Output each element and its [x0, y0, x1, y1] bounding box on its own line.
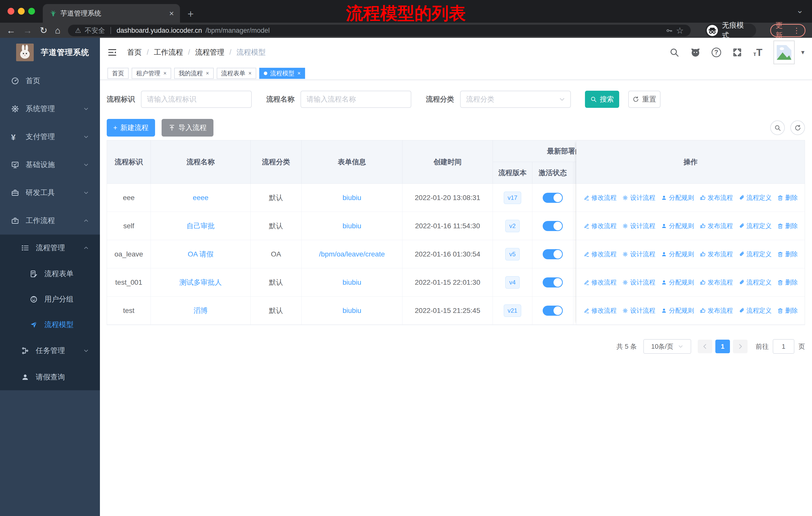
action-design-link[interactable]: 设计流程 — [622, 278, 656, 287]
action-assign-link[interactable]: 分配规则 — [661, 250, 694, 258]
sidebar-item-请假查询[interactable]: 请假查询 — [0, 364, 100, 390]
process-name-link[interactable]: 滔博 — [194, 306, 208, 316]
browser-menu-icon[interactable]: ⋮ — [793, 26, 800, 35]
action-edit-link[interactable]: 修改流程 — [583, 193, 617, 202]
window-minimize-button[interactable] — [18, 8, 25, 15]
status-toggle[interactable] — [543, 249, 563, 259]
action-definition-link[interactable]: 流程定义 — [738, 222, 772, 230]
fullscreen-icon[interactable] — [732, 47, 742, 57]
sidebar-item-任务管理[interactable]: 任务管理 — [0, 337, 100, 364]
action-assign-link[interactable]: 分配规则 — [661, 278, 694, 287]
back-button[interactable]: ← — [6, 26, 16, 35]
action-assign-link[interactable]: 分配规则 — [661, 193, 694, 202]
sidebar-item-基础设施[interactable]: 基础设施 — [0, 151, 100, 179]
action-edit-link[interactable]: 修改流程 — [583, 250, 617, 258]
sidebar-collapse-icon[interactable] — [108, 48, 117, 57]
action-publish-link[interactable]: 发布流程 — [700, 193, 733, 202]
action-delete-link[interactable]: 删除 — [777, 222, 798, 230]
form-info-link[interactable]: biubiu — [343, 222, 361, 230]
tag-流程表单[interactable]: 流程表单× — [217, 68, 256, 79]
form-info-link[interactable]: /bpm/oa/leave/create — [319, 250, 385, 258]
tag-close-icon[interactable]: × — [297, 70, 301, 77]
sidebar-item-支付管理[interactable]: ¥ 支付管理 — [0, 123, 100, 151]
tab-close-icon[interactable]: × — [169, 9, 174, 18]
action-publish-link[interactable]: 发布流程 — [700, 250, 733, 258]
sidebar-item-首页[interactable]: 首页 — [0, 67, 100, 95]
status-toggle[interactable] — [543, 193, 563, 203]
action-edit-link[interactable]: 修改流程 — [583, 306, 617, 315]
version-badge[interactable]: v4 — [505, 276, 520, 289]
action-definition-link[interactable]: 流程定义 — [738, 306, 772, 315]
action-delete-link[interactable]: 删除 — [777, 278, 798, 287]
process-name-link[interactable]: eeee — [193, 194, 208, 202]
sidebar-item-系统管理[interactable]: 系统管理 — [0, 95, 100, 123]
avatar[interactable] — [774, 40, 794, 64]
action-definition-link[interactable]: 流程定义 — [738, 250, 772, 258]
form-info-link[interactable]: biubiu — [343, 194, 361, 202]
address-bar[interactable]: ⚠ 不安全 dashboard.yudao.iocoder.cn/bpm/man… — [68, 25, 691, 36]
new-tab-button[interactable]: + — [187, 8, 194, 20]
import-process-button[interactable]: 导入流程 — [162, 119, 213, 137]
action-definition-link[interactable]: 流程定义 — [738, 278, 772, 287]
action-design-link[interactable]: 设计流程 — [622, 306, 656, 315]
tag-close-icon[interactable]: × — [206, 70, 209, 77]
status-toggle[interactable] — [543, 306, 563, 316]
tag-close-icon[interactable]: × — [249, 70, 252, 77]
window-close-button[interactable] — [7, 8, 14, 15]
page-size-select[interactable]: 10条/页 — [643, 339, 691, 354]
process-name-link[interactable]: OA 请假 — [188, 249, 214, 259]
tag-流程模型[interactable]: 流程模型× — [259, 68, 305, 79]
prev-page-button[interactable] — [698, 340, 712, 353]
reload-button[interactable]: ↻ — [40, 26, 47, 35]
action-edit-link[interactable]: 修改流程 — [583, 278, 617, 287]
process-name-input[interactable] — [300, 91, 411, 108]
breadcrumb-item[interactable]: 首页 — [127, 47, 142, 57]
action-definition-link[interactable]: 流程定义 — [738, 193, 772, 202]
action-publish-link[interactable]: 发布流程 — [700, 306, 733, 315]
sidebar-item-用户分组[interactable]: 用户分组 — [0, 287, 100, 312]
action-assign-link[interactable]: 分配规则 — [661, 306, 694, 315]
version-badge[interactable]: v2 — [505, 220, 520, 232]
action-delete-link[interactable]: 删除 — [777, 193, 798, 202]
sidebar-item-研发工具[interactable]: 研发工具 — [0, 179, 100, 207]
browser-update-button[interactable]: 更新 ⋮ — [770, 24, 806, 37]
form-info-link[interactable]: biubiu — [343, 278, 361, 287]
version-badge[interactable]: v5 — [505, 248, 520, 261]
process-name-link[interactable]: 自己审批 — [186, 221, 215, 231]
help-icon[interactable]: ? — [712, 48, 721, 57]
bookmark-star-icon[interactable]: ☆ — [676, 25, 684, 35]
window-zoom-button[interactable] — [28, 8, 35, 15]
process-name-link[interactable]: 测试多审批人 — [179, 278, 222, 287]
action-delete-link[interactable]: 删除 — [777, 250, 798, 258]
home-button[interactable]: ⌂ — [55, 26, 60, 35]
form-info-link[interactable]: biubiu — [343, 307, 361, 315]
goto-page-input[interactable] — [773, 339, 794, 354]
password-key-icon[interactable] — [666, 27, 672, 34]
create-process-button[interactable]: + 新建流程 — [107, 119, 155, 137]
font-size-icon[interactable]: тT — [753, 47, 762, 57]
page-number-button[interactable]: 1 — [715, 340, 730, 353]
toggle-search-button[interactable] — [770, 120, 785, 135]
action-assign-link[interactable]: 分配规则 — [661, 222, 694, 230]
avatar-caret-icon[interactable]: ▾ — [801, 48, 805, 56]
process-id-input[interactable] — [141, 91, 252, 108]
tag-首页[interactable]: 首页 — [108, 68, 128, 79]
action-edit-link[interactable]: 修改流程 — [583, 222, 617, 230]
tag-租户管理[interactable]: 租户管理× — [132, 68, 171, 79]
breadcrumb-item[interactable]: 流程管理 — [195, 47, 224, 57]
sidebar-item-工作流程[interactable]: 工作流程 — [0, 207, 100, 235]
sidebar-item-流程管理[interactable]: 流程管理 — [0, 235, 100, 261]
action-design-link[interactable]: 设计流程 — [622, 250, 656, 258]
breadcrumb-item[interactable]: 流程模型 — [236, 47, 265, 57]
action-design-link[interactable]: 设计流程 — [622, 193, 656, 202]
reset-button[interactable]: 重置 — [628, 91, 661, 108]
sidebar-item-流程模型[interactable]: 流程模型 — [0, 312, 100, 337]
tag-close-icon[interactable]: × — [163, 70, 167, 77]
action-publish-link[interactable]: 发布流程 — [700, 222, 733, 230]
next-page-button[interactable] — [733, 340, 748, 353]
breadcrumb-item[interactable]: 工作流程 — [154, 47, 183, 57]
action-publish-link[interactable]: 发布流程 — [700, 278, 733, 287]
version-badge[interactable]: v21 — [504, 304, 522, 317]
process-category-select[interactable]: 流程分类 — [460, 91, 571, 108]
refresh-table-button[interactable] — [790, 120, 805, 135]
